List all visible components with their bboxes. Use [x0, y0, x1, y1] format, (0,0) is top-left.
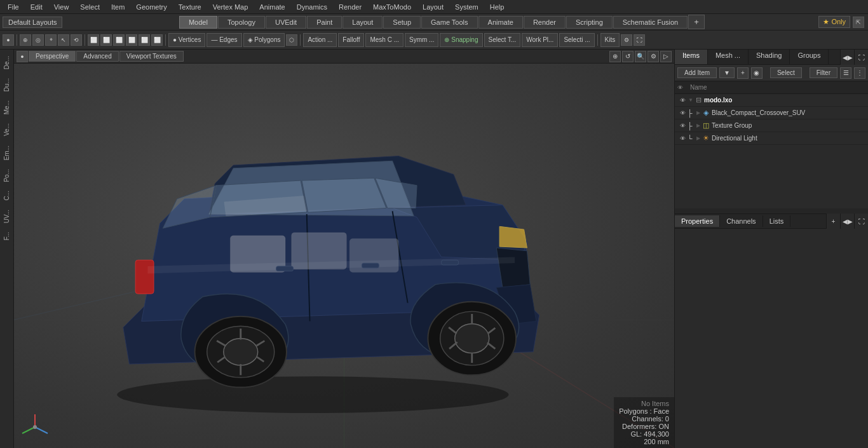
- tab-items[interactable]: Items: [675, 50, 708, 64]
- tab-mesh[interactable]: Mesh ...: [708, 50, 749, 64]
- tb-action-btn[interactable]: Action ...: [303, 33, 337, 47]
- menu-render[interactable]: Render: [334, 2, 367, 12]
- tb-selectt-btn[interactable]: Select T...: [484, 33, 521, 47]
- sidebar-tab-uv[interactable]: UV...: [2, 206, 11, 227]
- items-add-btn[interactable]: +: [737, 67, 749, 79]
- tab-gametools[interactable]: Game Tools: [421, 16, 478, 29]
- add-item-dropdown-arrow[interactable]: ▼: [719, 67, 735, 78]
- expand-suv[interactable]: ▶: [695, 110, 702, 116]
- tb-snapping-btn[interactable]: ⊕ Snapping: [440, 33, 482, 47]
- sidebar-tab-em[interactable]: Em...: [2, 142, 11, 164]
- tab-render[interactable]: Render: [524, 16, 566, 29]
- tb-workpl-btn[interactable]: Work Pl...: [522, 33, 558, 47]
- tb-vertices-btn[interactable]: ● Vertices: [168, 33, 205, 47]
- filter-button[interactable]: Filter: [810, 67, 837, 78]
- vp-settings-btn[interactable]: ⚙: [648, 51, 659, 62]
- tb-box6-icon[interactable]: ⬜: [151, 34, 163, 46]
- tab-properties[interactable]: Properties: [675, 215, 720, 227]
- tb-falloff-btn[interactable]: Falloff: [338, 33, 364, 47]
- tb-box1-icon[interactable]: ⬜: [88, 34, 99, 46]
- items-sort-btn[interactable]: ☰: [840, 67, 851, 79]
- tab-setup[interactable]: Setup: [383, 16, 421, 29]
- vp-tab-perspective[interactable]: Perspective: [29, 51, 76, 62]
- item-row-modo[interactable]: 👁 ▼ ⊟ modo.lxo: [675, 94, 868, 107]
- item-collapse-btn[interactable]: ◀▶: [840, 50, 854, 65]
- tb-box4-icon[interactable]: ⬜: [126, 34, 137, 46]
- menu-select[interactable]: Select: [75, 2, 105, 12]
- menu-texture[interactable]: Texture: [173, 2, 207, 12]
- menu-layout[interactable]: Layout: [417, 2, 449, 12]
- tab-animate[interactable]: Animate: [478, 16, 523, 29]
- expand-icon[interactable]: ⇱: [853, 17, 864, 28]
- vis-icon-suv[interactable]: 👁: [677, 108, 688, 118]
- viewport-3d[interactable]: No Items Polygons : Face Channels: 0 Def…: [14, 64, 674, 448]
- expand-modo[interactable]: ▼: [688, 97, 694, 104]
- tab-uvedit[interactable]: UVEdit: [266, 16, 306, 29]
- vis-icon-light[interactable]: 👁: [677, 133, 688, 144]
- menu-file[interactable]: File: [3, 2, 24, 12]
- vp-dot-icon[interactable]: ●: [17, 51, 28, 62]
- vp-refresh-btn[interactable]: ↺: [622, 51, 634, 62]
- tb-edges-btn[interactable]: — Edges: [207, 33, 241, 47]
- tab-channels[interactable]: Channels: [720, 215, 763, 227]
- props-expand-btn[interactable]: ⛶: [854, 214, 868, 229]
- tb-hex-icon[interactable]: ⬡: [286, 34, 297, 46]
- menu-vertexmap[interactable]: Vertex Map: [208, 2, 254, 12]
- item-row-texture[interactable]: 👁 ├ ▶ ◫ Texture Group: [675, 119, 868, 132]
- tab-schematic[interactable]: Schematic Fusion: [613, 16, 688, 29]
- tab-groups[interactable]: Groups: [790, 50, 829, 64]
- menu-geometry[interactable]: Geometry: [131, 2, 172, 12]
- sidebar-tab-de[interactable]: De...: [2, 52, 11, 73]
- menu-help[interactable]: Help: [485, 2, 510, 12]
- menu-animate[interactable]: Animate: [254, 2, 290, 12]
- tb-arrow-icon[interactable]: ↖: [58, 34, 69, 46]
- menu-system[interactable]: System: [450, 2, 484, 12]
- item-expand-btn[interactable]: ⛶: [854, 50, 868, 65]
- menu-maxtomodo[interactable]: MaxToModo: [368, 2, 416, 12]
- tb-polygons-btn[interactable]: ◈ Polygons: [243, 33, 285, 47]
- tab-topology[interactable]: Topology: [218, 16, 265, 29]
- tb-box2-icon[interactable]: ⬜: [100, 34, 112, 46]
- tab-lists[interactable]: Lists: [763, 215, 791, 227]
- menu-item[interactable]: Item: [106, 2, 130, 12]
- tab-shading[interactable]: Shading: [749, 50, 790, 64]
- menu-view[interactable]: View: [49, 2, 74, 12]
- tb-circle-icon[interactable]: ●: [3, 34, 14, 46]
- tb-kits-btn[interactable]: Kits: [600, 33, 620, 47]
- tb-maximize-icon[interactable]: ⛶: [634, 34, 645, 46]
- props-add-btn[interactable]: +: [826, 214, 840, 229]
- expand-light[interactable]: ▶: [695, 135, 702, 142]
- select-button[interactable]: Select: [770, 67, 802, 78]
- items-settings-btn[interactable]: ⋮: [854, 67, 865, 79]
- tb-crosshair-icon[interactable]: ⊕: [20, 34, 31, 46]
- tb-selecti-btn[interactable]: Selecti ...: [559, 33, 594, 47]
- tb-box3-icon[interactable]: ⬜: [113, 34, 125, 46]
- props-collapse-btn[interactable]: ◀▶: [840, 214, 854, 229]
- sidebar-tab-c[interactable]: C...: [2, 187, 11, 205]
- tb-mesh-btn[interactable]: Mesh C ...: [365, 33, 403, 47]
- sidebar-tab-f[interactable]: F...: [2, 228, 11, 244]
- vis-icon-texture[interactable]: 👁: [677, 121, 688, 131]
- tab-model[interactable]: Model: [179, 16, 217, 29]
- add-item-button[interactable]: Add Item: [677, 67, 717, 78]
- layout-dropdown[interactable]: Default Layouts: [3, 17, 62, 28]
- tb-rotate-icon[interactable]: ⟲: [71, 34, 82, 46]
- vis-icon-modo[interactable]: 👁: [677, 95, 688, 105]
- vp-tab-advanced[interactable]: Advanced: [76, 51, 118, 62]
- item-row-light[interactable]: 👁 └ ▶ ☀ Directional Light: [675, 132, 868, 145]
- sidebar-tab-me[interactable]: Me...: [2, 97, 11, 118]
- items-eye-btn[interactable]: ◉: [751, 67, 763, 79]
- tab-paint[interactable]: Paint: [307, 16, 342, 29]
- vp-expand-btn[interactable]: ▷: [660, 51, 672, 62]
- vp-search-btn[interactable]: 🔍: [635, 51, 646, 62]
- sidebar-tab-ve[interactable]: Ve...: [2, 119, 11, 140]
- sidebar-tab-po[interactable]: Po...: [2, 165, 11, 186]
- menu-edit[interactable]: Edit: [25, 2, 48, 12]
- sidebar-tab-du[interactable]: Du...: [2, 74, 11, 95]
- tb-symm-btn[interactable]: Symm ...: [405, 33, 438, 47]
- itemlist-scrollbar[interactable]: [675, 208, 868, 214]
- tb-circle2-icon[interactable]: ◎: [32, 34, 44, 46]
- expand-texture[interactable]: ▶: [695, 123, 702, 129]
- tab-layout[interactable]: Layout: [342, 16, 383, 29]
- vp-crosshair-btn[interactable]: ⊕: [609, 51, 621, 62]
